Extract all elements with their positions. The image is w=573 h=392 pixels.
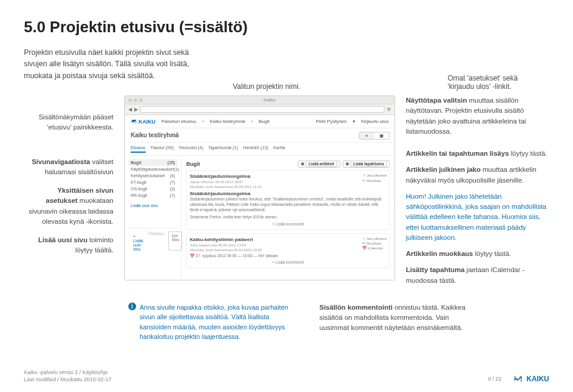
sidebar-item[interactable]: KT-bugit(7) xyxy=(128,179,177,186)
new-page-title-label: Otsikko xyxy=(146,230,167,252)
left-ann-2: Sivunavigaatiosta valitset haluamasi sis… xyxy=(24,157,113,178)
left-ann-1: Sisältönäkymään pääset 'etusivu' painikk… xyxy=(24,112,113,133)
create-page-button[interactable]: Luo Sivu xyxy=(168,232,182,251)
kaiku-logo: KAIKU xyxy=(131,119,156,125)
tip-block: i Anna sivulle napakka otsikko, joka kuv… xyxy=(128,303,295,342)
sidebar-item[interactable]: OS-bugit(3) xyxy=(128,186,177,192)
add-comment-link[interactable]: + Lisää kommentti xyxy=(190,260,386,264)
app-header: KAIKU Palvelun etusivu› Kaiku testiryhmä… xyxy=(125,115,395,128)
view-toggle[interactable]: ≡▦ xyxy=(359,132,390,140)
footer-brand: KAIKU xyxy=(526,375,549,383)
page-footer: Kaiku -palvelu versio 2 / Käyttöohje Las… xyxy=(24,369,549,384)
sidebar-item[interactable]: Käyttötapauskuvaukset(1) xyxy=(128,166,177,172)
content-page-title: Bugit xyxy=(186,161,200,167)
right-ann-3: Artikkelin julkinen jako muuttaa artikke… xyxy=(406,165,549,186)
add-event-button[interactable]: ⊕ Lisää tapahtuma xyxy=(343,160,390,168)
right-ann-1: Näyttötapa valitsin muuttaa sisällön näy… xyxy=(406,95,549,137)
sidebar-item[interactable]: Bugit(15) xyxy=(128,159,177,166)
bottom-right-ann: Sisällön kommentointi onnistuu tästä. Ka… xyxy=(319,303,480,342)
share-public-link[interactable]: ↗ Jaa julkisesti xyxy=(362,236,387,241)
left-ann-3: Yksittäisen sivun asetukset muokataan si… xyxy=(24,186,113,227)
edit-link[interactable]: ✎ Muokkaa xyxy=(362,178,387,183)
edit-link[interactable]: ✎ Muokkaa xyxy=(362,241,387,246)
left-ann-4: Lisää uusi sivu toiminto löytyy täältä. xyxy=(24,235,113,256)
annotation-top-a: Valitun projektin nimi. xyxy=(233,82,300,91)
add-comment-link[interactable]: + Lisää kommentti xyxy=(190,222,386,226)
tab-henkilot[interactable]: Henkilöt (13) xyxy=(243,145,269,153)
icalendar-link[interactable]: 📅 iCalendar xyxy=(362,246,387,251)
article-card: ↗ Jaa julkisesti ✎ Muokkaa Sisäänkirjaut… xyxy=(186,170,390,229)
event-card: ↗ Jaa julkisesti ✎ Muokkaa 📅 iCalendar K… xyxy=(186,233,390,268)
annotation-top-b: Omat 'asetukset' sekä 'kirjaudu ulos' -l… xyxy=(448,74,537,91)
sidebar-item[interactable]: Kehitysehdotukset(4) xyxy=(128,172,177,179)
info-icon: i xyxy=(128,303,136,310)
footer-line1: Kaiku -palvelu versio 2 / Käyttöohje xyxy=(24,369,112,376)
intro-paragraph: Projektin etusivulla näet kaikki projekt… xyxy=(24,47,203,82)
browser-toolbar: ◀▶⚙ xyxy=(125,104,395,115)
share-public-link[interactable]: ↗ Jaa julkisesti xyxy=(362,173,387,178)
add-new-page[interactable]: + Lisää uusi sivu xyxy=(131,233,146,252)
right-ann-6: Lisätty tapahtuma jaetaan iCalendar -muo… xyxy=(406,265,549,286)
add-page-link[interactable]: Lisää uusi sivu xyxy=(128,202,177,209)
page-sidebar: Bugit(15) Käyttötapauskuvaukset(1) Kehit… xyxy=(125,156,181,280)
right-ann-5: Artikkelin muokkaus löytyy tästä. xyxy=(406,249,549,259)
kaiku-logo-icon xyxy=(513,374,523,384)
tab-kartta[interactable]: Kartta xyxy=(273,145,285,153)
tab-tiedostot[interactable]: Tiedostot (4) xyxy=(178,145,204,153)
screenshot-mock: Kaiku ◀▶⚙ KAIKU Palvelun etusivu› Kaiku … xyxy=(124,95,395,280)
window-titlebar: Kaiku xyxy=(125,96,395,104)
right-ann-4-note: Huom! Julkinen jako lähetetään sähköpost… xyxy=(406,192,549,243)
page-number: 9 / 22 xyxy=(488,376,501,382)
project-title: Kaiku testiryhmä xyxy=(125,128,395,143)
tab-tapahtumat[interactable]: Tapahtumat (1) xyxy=(208,145,238,153)
page-heading: 5.0 Projektin etusivu (=sisältö) xyxy=(24,18,549,36)
view-tabs[interactable]: Etusivu Tilastot (59) Tiedostot (4) Tapa… xyxy=(125,143,395,156)
tab-etusivu[interactable]: Etusivu xyxy=(131,145,146,153)
footer-line2: Last modified / Muokattu 2015-02-17 xyxy=(24,376,112,384)
main-content: Bugit ⊕ Lisää artikkeli ⊕ Lisää tapahtum… xyxy=(181,156,395,280)
tab-tilastot[interactable]: Tilastot (59) xyxy=(150,145,174,153)
add-article-button[interactable]: ⊕ Lisää artikkeli xyxy=(298,160,340,168)
right-ann-2: Artikkelin tai tapahtuman lisäys löytyy … xyxy=(406,149,549,159)
sidebar-item[interactable]: RR-bugit(7) xyxy=(128,192,177,199)
